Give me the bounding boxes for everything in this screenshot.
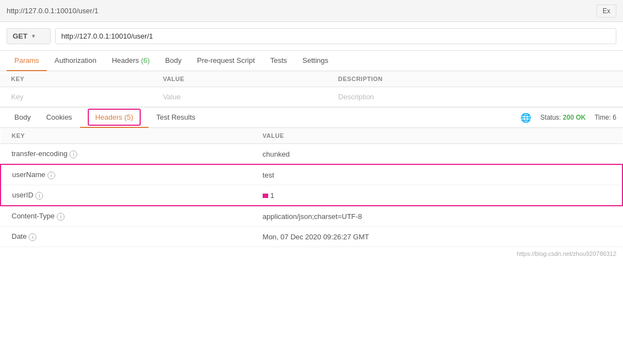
resp-value-cell: application/json;charset=UTF-8 [256,206,622,227]
request-tabs: Params Authorization Headers (6) Body Pr… [0,51,623,71]
resp-value-cell: chunked [256,144,622,165]
info-icon[interactable]: i [35,192,43,200]
response-headers-table: KEY VALUE transfer-encodingichunkeduserN… [0,128,623,247]
col-description: DESCRIPTION [332,71,623,87]
resp-value-cell: 1 [256,185,622,206]
time-label: Time: 6 [594,114,616,121]
response-tabs-bar: Body Cookies Headers (5) Test Results 🌐 … [0,108,623,128]
globe-icon: 🌐 [520,113,531,123]
value-placeholder[interactable]: Value [156,87,332,107]
ex-button[interactable]: Ex [597,4,616,18]
url-input[interactable] [55,28,616,44]
table-row: DateiMon, 07 Dec 2020 09:26:27 GMT [1,227,622,247]
resp-key-cell: Datei [1,227,256,247]
status-code: 200 OK [563,114,585,121]
status-label: Status: 200 OK [540,114,585,121]
watermark: https://blog.csdn.net/zhou920786312 [0,247,623,260]
pink-square-icon [263,194,268,198]
chevron-down-icon: ▼ [31,33,36,39]
col-value: VALUE [156,71,332,87]
tab-headers[interactable]: Headers (6) [104,51,158,71]
top-url: http://127.0.0.1:10010/user/1 [7,7,98,15]
params-placeholder-row: Key Value Description [0,87,623,107]
info-icon[interactable]: i [29,233,36,241]
info-icon[interactable]: i [57,213,65,221]
method-selector[interactable]: GET ▼ [7,28,51,44]
resp-key-cell: transfer-encodingi [1,144,256,165]
resp-value-cell: test [256,164,622,185]
tab-pre-request[interactable]: Pre-request Script [189,51,263,71]
method-label: GET [13,32,28,40]
resp-tab-test-results[interactable]: Test Results [148,108,203,128]
resp-tab-cookies[interactable]: Cookies [39,108,80,128]
key-placeholder[interactable]: Key [0,87,156,107]
tab-tests[interactable]: Tests [263,51,295,71]
headers-count: (6) [141,56,150,65]
resp-key-cell: userNamei [1,164,256,185]
url-bar: GET ▼ [0,22,623,51]
resp-col-value: VALUE [256,128,622,144]
info-icon[interactable]: i [47,172,55,179]
resp-key-cell: userIDi [1,185,256,206]
headers-tab-highlight-box: Headers (5) [88,109,141,126]
col-key: KEY [0,71,156,87]
resp-tab-headers[interactable]: Headers (5) [80,108,149,128]
table-row: transfer-encodingichunked [1,144,622,165]
tab-body[interactable]: Body [157,51,189,71]
params-table: KEY VALUE DESCRIPTION Key Value Descript… [0,71,623,107]
table-row: userIDi1 [1,185,622,206]
info-icon[interactable]: i [70,151,77,158]
status-bar: 🌐 Status: 200 OK Time: 6 [520,113,616,123]
table-row: userNameitest [1,164,622,185]
tab-settings[interactable]: Settings [295,51,336,71]
response-section: Body Cookies Headers (5) Test Results 🌐 … [0,107,623,247]
tab-authorization[interactable]: Authorization [47,51,104,71]
resp-value-cell: Mon, 07 Dec 2020 09:26:27 GMT [256,227,622,247]
top-bar: http://127.0.0.1:10010/user/1 Ex [0,0,623,22]
tab-params[interactable]: Params [7,51,47,71]
desc-placeholder[interactable]: Description [332,87,623,107]
resp-col-key: KEY [1,128,256,144]
resp-tab-body[interactable]: Body [7,108,39,128]
table-row: Content-Typeiapplication/json;charset=UT… [1,206,622,227]
resp-key-cell: Content-Typei [1,206,256,227]
